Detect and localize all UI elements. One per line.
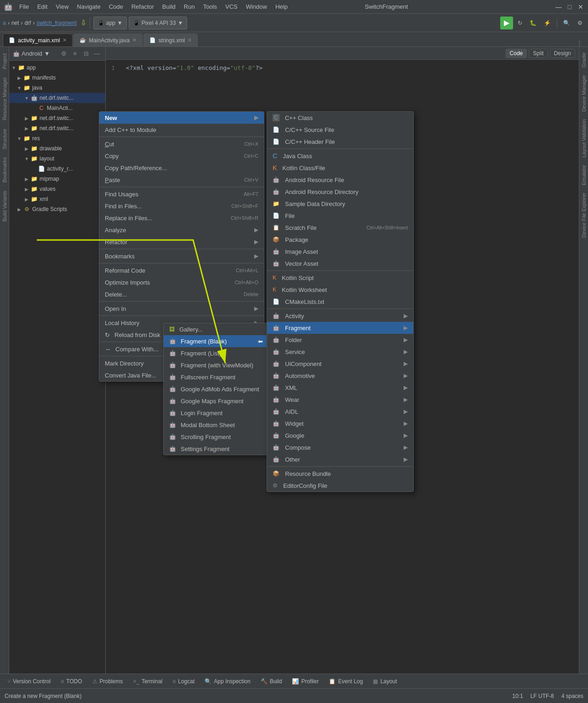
tree-net-drf-atest[interactable]: ▶ 📁 net.drf.switc... (9, 123, 105, 133)
new-aidl[interactable]: 🤖 AIDL ▶ (267, 406, 413, 417)
minimize-button[interactable]: — (555, 3, 562, 11)
right-panel-device-explorer[interactable]: Device File Explorer (580, 190, 588, 240)
tree-mainactivity[interactable]: ▶ C MainActi... (9, 103, 105, 113)
tree-java[interactable]: ▼ 📁 java (9, 83, 105, 93)
menu-replace-files[interactable]: Replace in Files... Ctrl+Shift+R (99, 212, 264, 224)
menu-paste[interactable]: Paste Ctrl+V (99, 174, 264, 186)
gear-icon[interactable]: ⚙ (59, 49, 69, 58)
tab-close-3[interactable]: ✕ (188, 37, 192, 43)
bottom-tab-event-log[interactable]: 📋 Event Log (324, 676, 367, 687)
fragment-login[interactable]: 🤖 Login Fragment (164, 407, 268, 419)
tab-mainactivity[interactable]: ☕ MainActivity.java ✕ (74, 34, 142, 46)
new-fragment[interactable]: 🤖 Fragment ▶ (267, 322, 413, 334)
split-view-button[interactable]: Split (529, 49, 548, 58)
new-compose[interactable]: 🤖 Compose ▶ (267, 441, 413, 453)
tree-values[interactable]: ▶ 📁 values (9, 184, 105, 194)
device-dropdown[interactable]: 📱 Pixel 4 API 33 ▼ (129, 17, 188, 29)
menu-navigate[interactable]: Navigate (73, 2, 104, 11)
menu-copy[interactable]: Copy Ctrl+C (99, 150, 264, 162)
tab-more-button[interactable]: ⋮ (574, 40, 585, 46)
new-service[interactable]: 🤖 Service ▶ (267, 346, 413, 358)
tree-app[interactable]: ▼ 📁 app (9, 63, 105, 73)
close-panel-icon[interactable]: — (92, 49, 102, 58)
bug-button[interactable]: ⚡ (541, 17, 554, 29)
fragment-fullscreen[interactable]: 🤖 Fullscreen Fragment (164, 371, 268, 383)
new-widget[interactable]: 🤖 Widget ▶ (267, 417, 413, 429)
fragment-maps[interactable]: 🤖 Google Maps Fragment (164, 395, 268, 407)
menu-find-usages[interactable]: Find Usages Alt+F7 (99, 188, 264, 200)
tab-strings[interactable]: 📄 strings.xml ✕ (143, 34, 198, 46)
new-resource-bundle[interactable]: 📦 Resource Bundle (267, 468, 413, 480)
menu-view[interactable]: View (52, 2, 72, 11)
new-cmake[interactable]: 📄 CMakeLists.txt (267, 296, 413, 308)
left-panel-bookmarks[interactable]: Bookmarks (1, 154, 8, 185)
new-cpp-header[interactable]: 📄 C/C++ Header File (267, 136, 413, 148)
fragment-settings[interactable]: 🤖 Settings Fragment (164, 443, 268, 455)
tree-gradle[interactable]: ▶ ⚙ Gradle Scripts (9, 204, 105, 214)
debug-button[interactable]: 🐛 (527, 17, 539, 29)
new-xml[interactable]: 🤖 XML ▶ (267, 382, 413, 394)
new-google[interactable]: 🤖 Google ▶ (267, 429, 413, 441)
menu-refactor[interactable]: Refactor ▶ (99, 236, 264, 248)
menu-analyze[interactable]: Analyze ▶ (99, 224, 264, 236)
fragment-scrolling[interactable]: 🤖 Scrolling Fragment (164, 431, 268, 443)
new-package[interactable]: 📦 Package (267, 234, 413, 246)
fragment-admob[interactable]: 🤖 Google AdMob Ads Fragment (164, 383, 268, 395)
bottom-tab-app-inspection[interactable]: 🔍 App Inspection (200, 676, 255, 687)
bottom-tab-terminal[interactable]: >_ Terminal (128, 676, 167, 687)
new-wear[interactable]: 🤖 Wear ▶ (267, 394, 413, 406)
menu-edit[interactable]: Edit (34, 2, 51, 11)
status-indent[interactable]: 4 spaces (561, 693, 583, 699)
new-android-resource-dir[interactable]: 🤖 Android Resource Directory (267, 186, 413, 198)
bottom-tab-build[interactable]: 🔨 Build (256, 676, 287, 687)
new-android-resource[interactable]: 🤖 Android Resource File (267, 174, 413, 186)
maximize-button[interactable]: □ (566, 3, 573, 11)
tree-mipmap[interactable]: ▶ 📁 mipmap (9, 174, 105, 184)
bottom-tab-todo[interactable]: ≡ TODO (56, 676, 86, 687)
menu-window[interactable]: Window (242, 2, 271, 11)
code-view-button[interactable]: Code (506, 49, 527, 58)
close-button[interactable]: ✕ (577, 3, 584, 11)
design-view-button[interactable]: Design (550, 49, 575, 58)
menu-reformat[interactable]: Reformat Code Ctrl+Alt+L (99, 264, 264, 276)
bottom-tab-logcat[interactable]: ≡ Logcat (168, 676, 199, 687)
menu-new[interactable]: New ▶ (99, 112, 264, 124)
new-kotlin-worksheet[interactable]: K Kotlin Worksheet (267, 284, 413, 296)
status-position[interactable]: 10:1 (512, 693, 523, 699)
tree-net-drf-main[interactable]: ▼ 🤖 net.drf.switc... (9, 93, 105, 103)
breadcrumb-project[interactable]: switch_fragment (36, 20, 76, 26)
left-panel-project[interactable]: Project (1, 51, 8, 72)
right-panel-emulator[interactable]: Emulator (580, 162, 588, 188)
bottom-tab-profiler[interactable]: 📊 Profiler (287, 676, 323, 687)
run-button[interactable]: ▶ (500, 17, 513, 29)
menu-bookmarks[interactable]: Bookmarks ▶ (99, 250, 264, 262)
fragment-blank[interactable]: 🤖 Fragment (Blank) ⬅ (164, 335, 268, 347)
menu-open-in[interactable]: Open In ▶ (99, 303, 264, 314)
tree-res[interactable]: ▼ 📁 res (9, 133, 105, 143)
menu-add-cpp[interactable]: Add C++ to Module (99, 124, 264, 136)
bottom-tab-problems[interactable]: ⚠ Problems (88, 676, 128, 687)
tab-activity-main[interactable]: 📄 activity_main.xml ✕ (3, 34, 73, 46)
tree-net-drf-test[interactable]: ▶ 📁 net.drf.switc... (9, 113, 105, 123)
new-editorconfig[interactable]: ⚙ EditorConfig File (267, 480, 413, 492)
menu-refactor[interactable]: Refactor (128, 2, 158, 11)
search-button[interactable]: 🔍 (560, 17, 573, 29)
left-panel-resource[interactable]: Resource Manager (1, 74, 8, 123)
menu-help[interactable]: Help (272, 2, 291, 11)
menu-copy-path[interactable]: Copy Path/Reference... (99, 162, 264, 174)
new-sample-data[interactable]: 📁 Sample Data Directory (267, 198, 413, 210)
new-vector-asset[interactable]: 🤖 Vector Asset (267, 257, 413, 269)
menu-cut[interactable]: Cut Ctrl+X (99, 138, 264, 150)
tree-drawable[interactable]: ▶ 📁 drawable (9, 143, 105, 154)
new-automotive[interactable]: 🤖 Automotive ▶ (267, 370, 413, 382)
menu-build[interactable]: Build (159, 2, 179, 11)
menu-vcs[interactable]: VCS (222, 2, 241, 11)
fragment-gallery[interactable]: 🖼 Gallery... (164, 323, 268, 335)
right-panel-gradle[interactable]: Gradle (580, 50, 588, 70)
new-cpp-class[interactable]: C C++ Class (267, 112, 413, 124)
menu-file[interactable]: File (16, 2, 33, 11)
status-encoding[interactable]: LF UTF-8 (531, 693, 554, 699)
tree-xml[interactable]: ▶ 📁 xml (9, 194, 105, 204)
menu-find-files[interactable]: Find in Files... Ctrl+Shift+F (99, 200, 264, 212)
fragment-viewmodel[interactable]: 🤖 Fragment (with ViewModel) (164, 359, 268, 371)
